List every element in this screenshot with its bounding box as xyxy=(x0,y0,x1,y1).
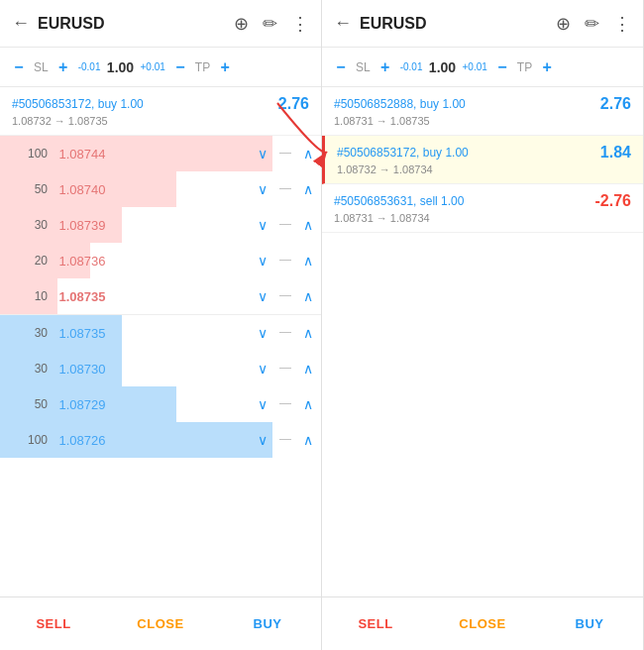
left-tp-minus[interactable]: − xyxy=(169,58,191,76)
left-close-button[interactable]: CLOSE xyxy=(107,597,214,650)
right-tp-label: TP xyxy=(517,60,532,74)
right-database-icon[interactable]: ⊕ xyxy=(556,13,571,35)
right-sl-decrement: -0.01 xyxy=(400,61,423,72)
right-tp-plus[interactable]: + xyxy=(536,58,558,76)
left-trade-profit-0: 2.76 xyxy=(278,95,309,113)
left-trade-detail-0: 1.08732 → 1.08735 xyxy=(12,115,309,127)
ob-buy-up-3[interactable]: ∧ xyxy=(303,432,313,448)
right-controls-row: − SL + -0.01 1.00 +0.01 − TP + xyxy=(322,48,643,87)
ob-sell-down-3[interactable]: ∨ xyxy=(258,253,268,269)
left-bottom-bar: SELL CLOSE BUY xyxy=(0,596,321,650)
panels-wrapper: ← EURUSD ⊕ ✏ ⋮ − SL + -0.01 1.00 +0.01 −… xyxy=(0,0,644,650)
ob-sell-up-3[interactable]: ∧ xyxy=(303,253,313,269)
ob-sell-up-1[interactable]: ∧ xyxy=(303,181,313,197)
ob-sell-down-1[interactable]: ∨ xyxy=(258,181,268,197)
right-trade-row-2[interactable]: #50506853631, sell 1.00 -2.76 1.08731 → … xyxy=(322,184,643,233)
ob-sell-down-2[interactable]: ∨ xyxy=(258,217,268,233)
left-trade-id-0: #50506853172, buy 1.00 xyxy=(12,97,144,111)
ob-sell-row-4: 10 1.08735 ∨ — ∧ xyxy=(0,278,321,314)
right-trade-detail-0: 1.08731 → 1.08735 xyxy=(334,115,631,127)
ob-sell-qty-1: 50 xyxy=(8,182,48,196)
ob-buy-row-1: 30 1.08730 ∨ — ∧ xyxy=(0,351,321,386)
ob-sell-row-2: 30 1.08739 ∨ — ∧ xyxy=(0,207,321,243)
ob-sell-up-2[interactable]: ∧ xyxy=(303,217,313,233)
ob-buy-down-1[interactable]: ∨ xyxy=(258,361,268,377)
left-sl-decrement: -0.01 xyxy=(78,61,101,72)
right-back-button[interactable]: ← xyxy=(334,13,352,34)
right-sl-plus[interactable]: + xyxy=(375,58,396,76)
left-orderbook: 100 1.08744 ∨ — ∧ 50 1.08740 ∨ — ∧ xyxy=(0,136,321,596)
right-empty-space xyxy=(322,233,643,596)
left-sl-minus[interactable]: − xyxy=(8,58,30,76)
right-edit-icon[interactable]: ✏ xyxy=(585,13,599,35)
right-sl-label: SL xyxy=(356,60,371,74)
left-trade-row-0[interactable]: #50506853172, buy 1.00 2.76 1.08732 → 1.… xyxy=(0,87,321,136)
ob-buy-up-1[interactable]: ∧ xyxy=(303,361,313,377)
right-trade-profit-1: 1.84 xyxy=(600,144,631,162)
ob-buy-up-0[interactable]: ∧ xyxy=(303,325,313,341)
right-quantity-value: 1.00 xyxy=(426,59,458,75)
ob-sell-price-0: 1.08744 xyxy=(48,147,117,162)
right-more-icon[interactable]: ⋮ xyxy=(613,13,631,35)
right-value-increment: +0.01 xyxy=(462,61,486,72)
right-header: ← EURUSD ⊕ ✏ ⋮ xyxy=(322,0,643,48)
ob-buy-price-3: 1.08726 xyxy=(48,433,117,448)
ob-sell-down-4[interactable]: ∨ xyxy=(258,288,268,304)
right-close-button[interactable]: CLOSE xyxy=(429,597,536,650)
ob-buy-down-3[interactable]: ∨ xyxy=(258,432,268,448)
ob-sell-qty-0: 100 xyxy=(8,147,48,161)
ob-sell-row-1: 50 1.08740 ∨ — ∧ xyxy=(0,171,321,207)
left-back-button[interactable]: ← xyxy=(12,13,30,34)
ob-buy-price-1: 1.08730 xyxy=(48,362,117,377)
left-quantity-value: 1.00 xyxy=(104,59,136,75)
left-sell-button[interactable]: SELL xyxy=(0,597,107,650)
ob-buy-up-2[interactable]: ∧ xyxy=(303,396,313,412)
left-panel: ← EURUSD ⊕ ✏ ⋮ − SL + -0.01 1.00 +0.01 −… xyxy=(0,0,322,650)
ob-buy-qty-0: 30 xyxy=(8,326,48,340)
left-database-icon[interactable]: ⊕ xyxy=(234,13,249,35)
right-tp-minus[interactable]: − xyxy=(491,58,513,76)
ob-buy-row-2: 50 1.08729 ∨ — ∧ xyxy=(0,386,321,422)
ob-sell-row-3: 20 1.08736 ∨ — ∧ xyxy=(0,243,321,278)
right-header-icons: ⊕ ✏ ⋮ xyxy=(556,13,631,35)
left-sl-plus[interactable]: + xyxy=(53,58,74,76)
ob-sell-up-0[interactable]: ∧ xyxy=(303,146,313,162)
ob-sell-up-4[interactable]: ∧ xyxy=(303,288,313,304)
ob-sell-price-3: 1.08736 xyxy=(48,254,117,269)
right-trade-row-1[interactable]: #50506853172, buy 1.00 1.84 1.08732 → 1.… xyxy=(322,136,643,184)
ob-sell-price-4: 1.08735 xyxy=(48,289,117,304)
left-header: ← EURUSD ⊕ ✏ ⋮ xyxy=(0,0,321,48)
right-buy-button[interactable]: BUY xyxy=(536,597,643,650)
right-trade-id-0: #50506852888, buy 1.00 xyxy=(334,97,466,111)
left-sl-label: SL xyxy=(34,60,49,74)
ob-buy-qty-3: 100 xyxy=(8,433,48,447)
right-sl-minus[interactable]: − xyxy=(330,58,352,76)
right-trade-row-0[interactable]: #50506852888, buy 1.00 2.76 1.08731 → 1.… xyxy=(322,87,643,136)
right-sell-button[interactable]: SELL xyxy=(322,597,429,650)
left-title: EURUSD xyxy=(38,15,234,33)
ob-sell-down-0[interactable]: ∨ xyxy=(258,146,268,162)
ob-sell-row-0: 100 1.08744 ∨ — ∧ xyxy=(0,136,321,171)
left-tp-plus[interactable]: + xyxy=(214,58,236,76)
left-header-icons: ⊕ ✏ ⋮ xyxy=(234,13,309,35)
left-edit-icon[interactable]: ✏ xyxy=(263,13,277,35)
ob-buy-row-0: 30 1.08735 ∨ — ∧ xyxy=(0,315,321,351)
ob-sell-qty-4: 10 xyxy=(8,289,48,303)
left-tp-label: TP xyxy=(195,60,210,74)
ob-buy-down-2[interactable]: ∨ xyxy=(258,396,268,412)
ob-buy-price-2: 1.08729 xyxy=(48,397,117,412)
left-value-increment: +0.01 xyxy=(140,61,164,72)
left-more-icon[interactable]: ⋮ xyxy=(291,13,309,35)
ob-buy-row-3: 100 1.08726 ∨ — ∧ xyxy=(0,422,321,458)
right-trade-id-1: #50506853172, buy 1.00 xyxy=(337,146,469,160)
right-trade-id-2: #50506853631, sell 1.00 xyxy=(334,194,464,208)
left-buy-button[interactable]: BUY xyxy=(214,597,321,650)
ob-sell-qty-3: 20 xyxy=(8,254,48,268)
ob-sell-price-1: 1.08740 xyxy=(48,182,117,197)
right-title: EURUSD xyxy=(360,15,556,33)
ob-buy-qty-1: 30 xyxy=(8,362,48,376)
ob-buy-down-0[interactable]: ∨ xyxy=(258,325,268,341)
ob-buy-qty-2: 50 xyxy=(8,397,48,411)
right-trade-profit-0: 2.76 xyxy=(600,95,631,113)
left-controls-row: − SL + -0.01 1.00 +0.01 − TP + xyxy=(0,48,321,87)
